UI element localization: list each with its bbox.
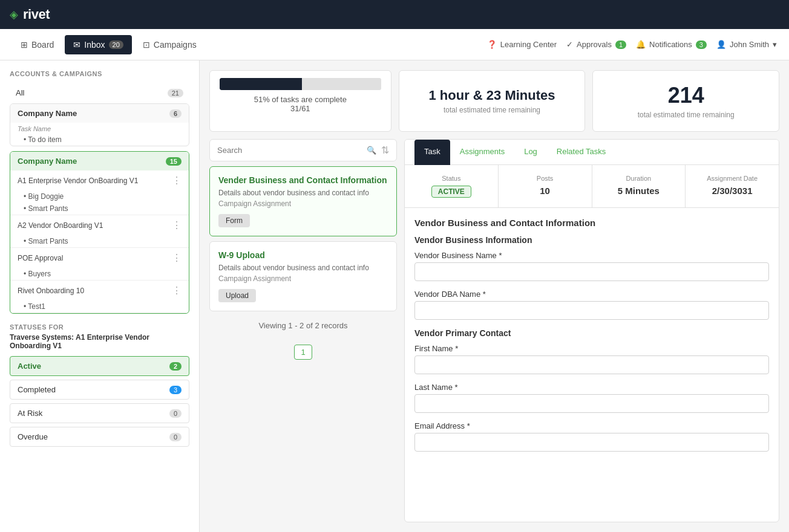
search-input[interactable] bbox=[217, 146, 362, 155]
logo-text: rivet bbox=[23, 7, 50, 22]
form-group-first-name: First Name * bbox=[414, 344, 769, 374]
sidebar-sub-header-3[interactable]: POE Approval ⋮ bbox=[10, 248, 189, 268]
sidebar-sub-header-4[interactable]: Rivet Onboarding 10 ⋮ bbox=[10, 281, 189, 300]
approvals-nav[interactable]: ✓ Approvals 1 bbox=[566, 40, 626, 49]
dba-name-label: Vendor DBA Name * bbox=[414, 290, 769, 299]
task-card-2-tag: Campaign Assignment bbox=[218, 274, 388, 283]
campaigns-icon: ⊡ bbox=[143, 40, 150, 50]
sort-button[interactable]: ⇅ bbox=[381, 144, 389, 156]
more-options-icon-1[interactable]: ⋮ bbox=[172, 175, 182, 186]
sidebar-company-1: Company Name 6 Task Name To do item bbox=[10, 103, 189, 146]
pagination-row: 1 bbox=[209, 340, 397, 365]
bell-icon: 🔔 bbox=[636, 40, 646, 49]
first-name-input[interactable] bbox=[414, 355, 769, 374]
learning-center-nav[interactable]: ❓ Learning Center bbox=[487, 40, 557, 49]
tab-assignments[interactable]: Assignments bbox=[450, 140, 514, 164]
sub-task-3-1: Buyers bbox=[10, 268, 189, 280]
number-stat-value: 214 bbox=[668, 83, 704, 108]
detail-stat-status: Status ACTIVE bbox=[405, 165, 499, 207]
nav-campaigns[interactable]: ⊡ Campaigns bbox=[134, 35, 205, 54]
nav-inbox[interactable]: ✉ Inbox 20 bbox=[65, 35, 132, 54]
task-card-1-btn[interactable]: Form bbox=[218, 214, 250, 227]
task-card-1-title: Vender Business and Contact Information bbox=[218, 175, 388, 185]
task-card-1[interactable]: Vender Business and Contact Information … bbox=[209, 166, 397, 236]
progress-bar-container bbox=[220, 78, 381, 90]
assignment-date-label: Assignment Date bbox=[695, 175, 769, 182]
status-active[interactable]: Active 2 bbox=[10, 356, 189, 376]
detail-stat-assignment-date: Assignment Date 2/30/3031 bbox=[686, 165, 779, 207]
detail-stats: Status ACTIVE Posts 10 Duration 5 Minute… bbox=[405, 165, 779, 208]
sidebar-all-count: 21 bbox=[168, 89, 183, 97]
pagination-info: Viewing 1 - 2 of 2 records bbox=[209, 316, 397, 335]
business-name-input[interactable] bbox=[414, 262, 769, 281]
status-completed-label: Completed bbox=[18, 385, 56, 394]
progress-card: 51% of tasks are complete 31/61 bbox=[209, 70, 391, 132]
sidebar-sub-item-3: POE Approval ⋮ Buyers bbox=[10, 248, 189, 281]
sidebar-sub-item-1: A1 Enterprise Vendor OnBoarding V1 ⋮ Big… bbox=[10, 170, 189, 215]
more-options-icon-4[interactable]: ⋮ bbox=[172, 285, 182, 296]
page-1-button[interactable]: 1 bbox=[294, 345, 312, 360]
status-active-label: Active bbox=[18, 362, 41, 371]
sidebar: ACCOUNTS & CAMPAIGNS All 21 Company Name… bbox=[0, 60, 200, 532]
email-input[interactable] bbox=[414, 433, 769, 452]
sidebar-company-1-header[interactable]: Company Name 6 bbox=[10, 104, 189, 123]
sidebar-company-1-count: 6 bbox=[169, 109, 182, 118]
top-stats-row: 51% of tasks are complete 31/61 1 hour &… bbox=[209, 70, 779, 132]
sub-task-1-2: Smart Pants bbox=[10, 203, 189, 215]
inbox-icon: ✉ bbox=[73, 40, 80, 50]
sidebar-sub-item-2: A2 Vendor OnBoarding V1 ⋮ Smart Pants bbox=[10, 215, 189, 248]
board-icon: ⊞ bbox=[21, 40, 28, 50]
task-card-1-tag: Campaign Assignment bbox=[218, 199, 388, 208]
approvals-icon: ✓ bbox=[566, 40, 573, 49]
last-name-input[interactable] bbox=[414, 394, 769, 413]
tab-related-tasks[interactable]: Related Tasks bbox=[547, 140, 615, 164]
contact-section-title: Vendor Primary Contact bbox=[414, 328, 769, 338]
dba-name-input[interactable] bbox=[414, 301, 769, 320]
sub-task-1-1: Big Doggie bbox=[10, 190, 189, 203]
detail-stat-duration: Duration 5 Minutes bbox=[592, 165, 686, 207]
sidebar-company-2-name: Company Name bbox=[18, 157, 77, 166]
sidebar-company-2: Company Name 15 A1 Enterprise Vendor OnB… bbox=[10, 151, 189, 314]
notifications-badge: 3 bbox=[696, 41, 707, 49]
content-panels: 🔍 ⇅ Vender Business and Contact Informat… bbox=[209, 139, 779, 522]
posts-value: 10 bbox=[508, 186, 582, 196]
sidebar-task-label: Task Name bbox=[10, 123, 189, 134]
topbar-left: ◈ rivet bbox=[10, 7, 50, 22]
more-options-icon-3[interactable]: ⋮ bbox=[172, 252, 182, 264]
sidebar-company-2-header[interactable]: Company Name 15 bbox=[10, 152, 189, 170]
approvals-label: Approvals bbox=[577, 40, 612, 49]
sub-item-3-label: POE Approval bbox=[18, 254, 63, 262]
status-overdue-label: Overdue bbox=[18, 432, 48, 441]
sidebar-sub-item-4: Rivet Onboarding 10 ⋮ Test1 bbox=[10, 281, 189, 313]
tab-task[interactable]: Task bbox=[414, 140, 450, 165]
more-options-icon-2[interactable]: ⋮ bbox=[172, 219, 182, 231]
progress-text: 51% of tasks are complete bbox=[220, 95, 381, 104]
status-at-risk[interactable]: At Risk 0 bbox=[10, 403, 189, 423]
right-panel: Task Assignments Log Related Tasks Statu… bbox=[404, 139, 779, 522]
statuses-section: STATUSES FOR Traverse Systems: A1 Enterp… bbox=[10, 323, 189, 447]
assignment-date-value: 2/30/3031 bbox=[695, 186, 769, 196]
task-card-2-desc: Details about vendor business and contac… bbox=[218, 264, 388, 272]
time-stat-label: total estimated time remaining bbox=[444, 106, 540, 114]
duration-value: 5 Minutes bbox=[602, 186, 676, 196]
task-card-2[interactable]: W-9 Upload Details about vendor business… bbox=[209, 241, 397, 311]
search-icon: 🔍 bbox=[367, 146, 376, 155]
sub-task-2-1: Smart Pants bbox=[10, 235, 189, 247]
tab-log[interactable]: Log bbox=[514, 140, 547, 164]
sidebar-sub-header-1[interactable]: A1 Enterprise Vendor OnBoarding V1 ⋮ bbox=[10, 170, 189, 190]
sub-item-4-label: Rivet Onboarding 10 bbox=[18, 287, 84, 295]
sidebar-sub-header-2[interactable]: A2 Vendor OnBoarding V1 ⋮ bbox=[10, 215, 189, 235]
status-completed[interactable]: Completed 3 bbox=[10, 380, 189, 400]
form-group-business-name: Vendor Business Name * bbox=[414, 251, 769, 281]
status-overdue[interactable]: Overdue 0 bbox=[10, 427, 189, 447]
sidebar-company-2-count: 15 bbox=[166, 157, 182, 166]
nav-board[interactable]: ⊞ Board bbox=[12, 35, 62, 54]
nav-right: ❓ Learning Center ✓ Approvals 1 🔔 Notifi… bbox=[487, 40, 777, 49]
number-stat-card: 214 total estimated time remaining bbox=[592, 70, 779, 132]
sidebar-all-row[interactable]: All 21 bbox=[10, 85, 189, 101]
notifications-nav[interactable]: 🔔 Notifications 3 bbox=[636, 40, 707, 49]
form-group-last-name: Last Name * bbox=[414, 383, 769, 413]
task-card-2-btn[interactable]: Upload bbox=[218, 289, 256, 302]
topbar: ◈ rivet bbox=[0, 0, 789, 29]
user-nav[interactable]: 👤 John Smith ▾ bbox=[716, 40, 777, 49]
